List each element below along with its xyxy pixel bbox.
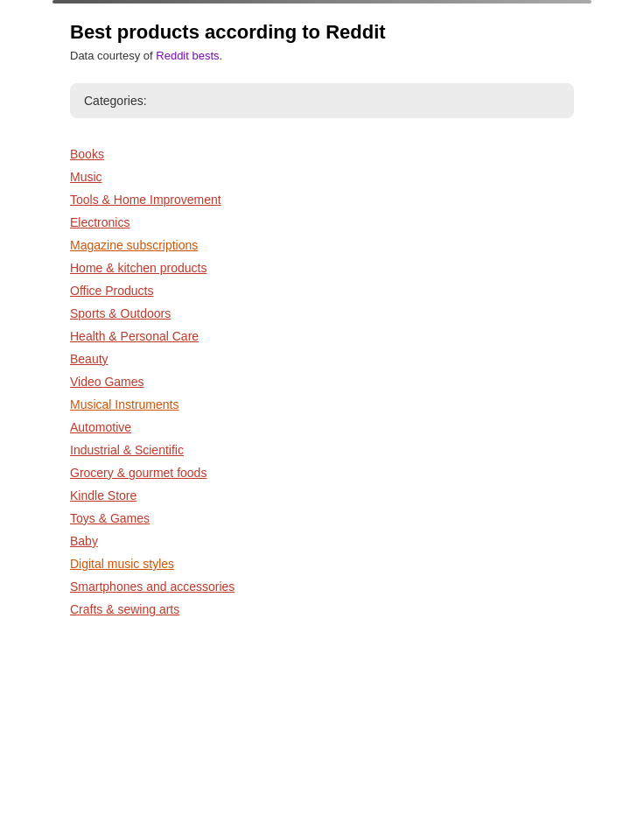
list-item: Books	[70, 143, 574, 165]
subtitle-text: Data courtesy of	[70, 49, 156, 62]
categories-box: Categories:	[70, 83, 574, 118]
list-item: Music	[70, 165, 574, 188]
category-link[interactable]: Toys & Games	[70, 511, 150, 525]
list-item: Video Games	[70, 370, 574, 393]
category-link[interactable]: Sports & Outdoors	[70, 306, 171, 320]
category-link[interactable]: Video Games	[70, 375, 144, 389]
categories-label: Categories:	[84, 94, 147, 108]
category-link[interactable]: Baby	[70, 534, 98, 548]
list-item: Health & Personal Care	[70, 325, 574, 348]
category-link[interactable]: Electronics	[70, 215, 130, 229]
category-link[interactable]: Automotive	[70, 420, 131, 434]
category-link[interactable]: Beauty	[70, 352, 108, 366]
category-link[interactable]: Health & Personal Care	[70, 329, 199, 343]
category-link[interactable]: Industrial & Scientific	[70, 443, 184, 457]
list-item: Crafts & sewing arts	[70, 598, 574, 621]
main-content: Best products according to Reddit Data c…	[0, 4, 644, 656]
list-item: Magazine subscriptions	[70, 234, 574, 256]
category-link[interactable]: Musical Instruments	[70, 397, 178, 411]
list-item: Musical Instruments	[70, 393, 574, 416]
page-title: Best products according to Reddit	[70, 21, 574, 44]
category-link[interactable]: Tools & Home Improvement	[70, 193, 221, 207]
category-link[interactable]: Magazine subscriptions	[70, 238, 198, 252]
category-link[interactable]: Grocery & gourmet foods	[70, 466, 206, 480]
category-link[interactable]: Smartphones and accessories	[70, 580, 234, 594]
list-item: Baby	[70, 530, 574, 552]
list-item: Office Products	[70, 279, 574, 302]
category-link[interactable]: Digital music styles	[70, 557, 174, 571]
list-item: Toys & Games	[70, 507, 574, 530]
list-item: Digital music styles	[70, 552, 574, 575]
list-item: Kindle Store	[70, 484, 574, 507]
list-item: Smartphones and accessories	[70, 575, 574, 598]
category-link[interactable]: Kindle Store	[70, 488, 136, 502]
subtitle-period: .	[220, 49, 223, 62]
category-list: BooksMusicTools & Home ImprovementElectr…	[70, 143, 574, 621]
category-link[interactable]: Music	[70, 170, 102, 184]
category-link[interactable]: Home & kitchen products	[70, 261, 206, 275]
list-item: Electronics	[70, 211, 574, 234]
category-link[interactable]: Crafts & sewing arts	[70, 602, 179, 616]
list-item: Home & kitchen products	[70, 256, 574, 279]
category-link[interactable]: Books	[70, 147, 104, 161]
list-item: Beauty	[70, 348, 574, 370]
subtitle: Data courtesy of Reddit bests.	[70, 49, 574, 62]
list-item: Tools & Home Improvement	[70, 188, 574, 211]
list-item: Grocery & gourmet foods	[70, 461, 574, 484]
list-item: Industrial & Scientific	[70, 439, 574, 461]
reddit-bests-link[interactable]: Reddit bests	[156, 49, 219, 62]
list-item: Sports & Outdoors	[70, 302, 574, 325]
list-item: Automotive	[70, 416, 574, 439]
category-link[interactable]: Office Products	[70, 284, 153, 298]
